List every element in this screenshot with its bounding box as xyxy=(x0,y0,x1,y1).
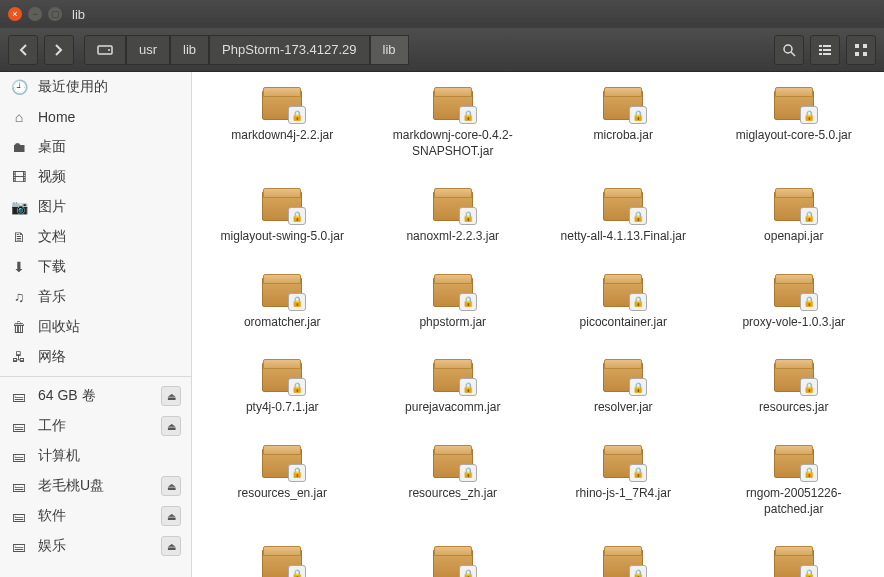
eject-button[interactable]: ⏏ xyxy=(161,476,181,496)
chevron-right-icon xyxy=(54,43,64,57)
eject-button[interactable]: ⏏ xyxy=(161,506,181,526)
lock-badge-icon: 🔒 xyxy=(459,106,477,124)
sidebar-item-network[interactable]: 🖧网络 xyxy=(0,342,191,372)
breadcrumb-segment[interactable]: PhpStorm-173.4127.29 xyxy=(209,35,369,65)
window-close-button[interactable]: × xyxy=(8,7,22,21)
file-label: proxy-vole-1.0.3.jar xyxy=(742,315,845,331)
sidebar-item-work[interactable]: 🖴工作⏏ xyxy=(0,411,191,441)
file-item[interactable]: 🔒resources.jar xyxy=(714,354,875,420)
file-item[interactable]: 🔒resources_en.jar xyxy=(202,440,363,521)
svg-rect-5 xyxy=(823,45,831,47)
lock-badge-icon: 🔒 xyxy=(459,207,477,225)
breadcrumb-segment[interactable]: lib xyxy=(170,35,209,65)
sidebar-item-desktop[interactable]: 🖿桌面 xyxy=(0,132,191,162)
svg-rect-6 xyxy=(819,49,822,51)
file-item[interactable]: 🔒picocontainer.jar xyxy=(543,269,704,335)
sidebar-item-volume-64gb[interactable]: 🖴64 GB 卷⏏ xyxy=(0,381,191,411)
sidebar-item-trash[interactable]: 🗑回收站 xyxy=(0,312,191,342)
window-minimize-button[interactable]: − xyxy=(28,7,42,21)
jar-archive-icon: 🔒 xyxy=(429,358,477,396)
view-list-button[interactable] xyxy=(810,35,840,65)
file-label: pty4j-0.7.1.jar xyxy=(246,400,319,416)
eject-button[interactable]: ⏏ xyxy=(161,416,181,436)
file-item[interactable]: 🔒openapi.jar xyxy=(714,183,875,249)
file-item[interactable]: 🔒slf4j-log4j12-1.7.10.jar xyxy=(543,541,704,577)
sidebar-item-music[interactable]: ♫音乐 xyxy=(0,282,191,312)
sidebar-item-documents[interactable]: 🗎文档 xyxy=(0,222,191,252)
file-item[interactable]: 🔒markdownj-core-0.4.2-SNAPSHOT.jar xyxy=(373,82,534,163)
sidebar: 🕘最近使用的 ⌂Home 🖿桌面 🎞视频 📷图片 🗎文档 ⬇下载 ♫音乐 🗑回收… xyxy=(0,72,192,577)
trash-icon: 🗑 xyxy=(10,318,28,336)
breadcrumb: usr lib PhpStorm-173.4127.29 lib xyxy=(84,35,409,65)
file-label: markdownj-core-0.4.2-SNAPSHOT.jar xyxy=(378,128,528,159)
sidebar-item-home[interactable]: ⌂Home xyxy=(0,102,191,132)
file-item[interactable]: 🔒miglayout-swing-5.0.jar xyxy=(202,183,363,249)
jar-archive-icon: 🔒 xyxy=(770,273,818,311)
lock-badge-icon: 🔒 xyxy=(459,378,477,396)
breadcrumb-root[interactable] xyxy=(84,35,126,65)
file-item[interactable]: 🔒miglayout-core-5.0.jar xyxy=(714,82,875,163)
sidebar-item-recent[interactable]: 🕘最近使用的 xyxy=(0,72,191,102)
nav-back-button[interactable] xyxy=(8,35,38,65)
file-item[interactable]: 🔒microba.jar xyxy=(543,82,704,163)
breadcrumb-segment[interactable]: usr xyxy=(126,35,170,65)
jar-archive-icon: 🔒 xyxy=(258,187,306,225)
drive-icon xyxy=(97,43,113,57)
file-label: purejavacomm.jar xyxy=(405,400,500,416)
eject-button[interactable]: ⏏ xyxy=(161,386,181,406)
file-label: markdown4j-2.2.jar xyxy=(231,128,333,144)
lock-badge-icon: 🔒 xyxy=(800,207,818,225)
jar-archive-icon: 🔒 xyxy=(599,86,647,124)
file-item[interactable]: 🔒phpstorm.jar xyxy=(373,269,534,335)
lock-badge-icon: 🔒 xyxy=(288,565,306,577)
music-icon: ♫ xyxy=(10,288,28,306)
search-button[interactable] xyxy=(774,35,804,65)
file-item[interactable]: 🔒rngom-20051226-patched.jar xyxy=(714,440,875,521)
sidebar-item-computer[interactable]: 🖴计算机 xyxy=(0,441,191,471)
file-item[interactable]: 🔒markdown4j-2.2.jar xyxy=(202,82,363,163)
sidebar-item-videos[interactable]: 🎞视频 xyxy=(0,162,191,192)
file-item[interactable]: 🔒snakeyaml-1.17.jar xyxy=(714,541,875,577)
file-item[interactable]: 🔒resources_zh.jar xyxy=(373,440,534,521)
jar-archive-icon: 🔒 xyxy=(258,273,306,311)
home-icon: ⌂ xyxy=(10,108,28,126)
file-item[interactable]: 🔒rhino-js-1_7R4.jar xyxy=(543,440,704,521)
sidebar-item-entertainment[interactable]: 🖴娱乐⏏ xyxy=(0,531,191,561)
svg-line-3 xyxy=(791,52,795,56)
view-grid-button[interactable] xyxy=(846,35,876,65)
jar-archive-icon: 🔒 xyxy=(429,444,477,482)
file-item[interactable]: 🔒purejavacomm.jar xyxy=(373,354,534,420)
file-item[interactable]: 🔒oromatcher.jar xyxy=(202,269,363,335)
drive-icon: 🖴 xyxy=(10,447,28,465)
sidebar-item-laomaotao[interactable]: 🖴老毛桃U盘⏏ xyxy=(0,471,191,501)
svg-rect-4 xyxy=(819,45,822,47)
file-item[interactable]: 🔒pty4j-0.7.1.jar xyxy=(202,354,363,420)
breadcrumb-segment-active[interactable]: lib xyxy=(370,35,409,65)
file-label: picocontainer.jar xyxy=(580,315,667,331)
clock-icon: 🕘 xyxy=(10,78,28,96)
lock-badge-icon: 🔒 xyxy=(288,378,306,396)
file-item[interactable]: 🔒slf4j-api-1.7.10.jar xyxy=(373,541,534,577)
nav-forward-button[interactable] xyxy=(44,35,74,65)
file-item[interactable]: 🔒netty-all-4.1.13.Final.jar xyxy=(543,183,704,249)
jar-archive-icon: 🔒 xyxy=(770,444,818,482)
lock-badge-icon: 🔒 xyxy=(459,565,477,577)
window-maximize-button[interactable]: ▢ xyxy=(48,7,62,21)
lock-badge-icon: 🔒 xyxy=(800,293,818,311)
eject-button[interactable]: ⏏ xyxy=(161,536,181,556)
list-icon xyxy=(818,43,832,57)
file-item[interactable]: 🔒proxy-vole-1.0.3.jar xyxy=(714,269,875,335)
desktop-icon: 🖿 xyxy=(10,138,28,156)
sidebar-item-downloads[interactable]: ⬇下载 xyxy=(0,252,191,282)
lock-badge-icon: 🔒 xyxy=(629,106,647,124)
sidebar-item-software[interactable]: 🖴软件⏏ xyxy=(0,501,191,531)
file-item[interactable]: 🔒nanoxml-2.2.3.jar xyxy=(373,183,534,249)
lock-badge-icon: 🔒 xyxy=(629,207,647,225)
file-label: miglayout-core-5.0.jar xyxy=(736,128,852,144)
file-item[interactable]: 🔒serviceMessages.jar xyxy=(202,541,363,577)
window-titlebar: × − ▢ lib xyxy=(0,0,884,28)
lock-badge-icon: 🔒 xyxy=(288,106,306,124)
grid-icon xyxy=(854,43,868,57)
sidebar-item-pictures[interactable]: 📷图片 xyxy=(0,192,191,222)
file-item[interactable]: 🔒resolver.jar xyxy=(543,354,704,420)
